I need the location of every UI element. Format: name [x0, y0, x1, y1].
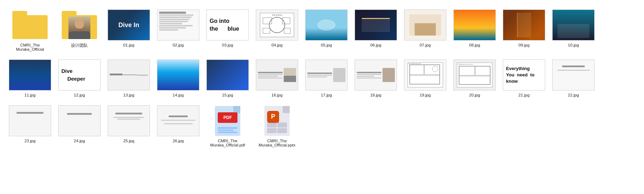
file-25[interactable]: 25.jpg [106, 103, 152, 145]
file-10[interactable]: 10.jpg [550, 7, 596, 49]
file-pptx-label: CMRI_The Muraka_Official.pptx [259, 139, 296, 147]
file-11-label: 11.jpg [24, 93, 35, 97]
file-01-label: 01.jpg [123, 43, 134, 47]
file-15-label: 15.jpg [222, 93, 233, 97]
svg-text:THE SUITES: THE SUITES [272, 14, 282, 16]
file-18-label: 18.jpg [370, 93, 381, 97]
file-26[interactable]: 26.jpg [155, 103, 201, 145]
file-pdf-label: CMRI_The Muraka_Official.pdf [210, 139, 245, 147]
file-09-label: 09.jpg [518, 43, 529, 47]
file-05-label: 05.jpg [321, 43, 332, 47]
file-08[interactable]: 08.jpg [452, 7, 498, 49]
file-25-label: 25.jpg [123, 139, 134, 143]
file-grid: CMRI_The Muraka_Official 设计团队 Dive In 01… [7, 7, 637, 149]
file-15[interactable]: 15.jpg [205, 57, 251, 99]
file-01[interactable]: Dive In 01.jpg [106, 7, 152, 49]
file-02-label: 02.jpg [173, 43, 183, 47]
folder-cmri-label: CMRI_The Muraka_Official [16, 43, 44, 51]
file-17-label: 17.jpg [321, 93, 332, 97]
file-12[interactable]: Dive Deeper 12.jpg [56, 57, 102, 99]
folder-design-label: 设计团队 [71, 43, 88, 48]
file-26-label: 26.jpg [173, 139, 183, 143]
file-24[interactable]: 24.jpg [56, 103, 102, 145]
file-08-label: 08.jpg [469, 43, 480, 47]
dive-deeper-text: Dive Deeper [61, 67, 85, 83]
file-13[interactable]: 13.jpg [106, 57, 152, 99]
go-into-blue-text: Go intothe blue [210, 17, 239, 33]
file-21[interactable]: EverythingYou need toknow 21.jpg [501, 57, 547, 99]
svg-rect-7 [408, 63, 443, 87]
file-10-label: 10.jpg [568, 43, 579, 47]
file-20-label: 20.jpg [469, 93, 480, 97]
file-07[interactable]: 07.jpg [402, 7, 448, 49]
file-02[interactable]: 02.jpg [155, 7, 201, 49]
file-22[interactable]: 22.jpg [550, 57, 596, 99]
folder-design[interactable]: 设计团队 [56, 7, 102, 50]
file-13-label: 13.jpg [123, 93, 134, 97]
blueprint-svg: THE SUITES [259, 12, 295, 38]
file-03[interactable]: Go intothe blue 03.jpg [205, 7, 251, 49]
svg-text:The Undersea Level: The Undersea Level [408, 63, 421, 64]
file-03-label: 03.jpg [222, 43, 233, 47]
file-20[interactable]: The Above Ocean Level 20.jpg [452, 57, 498, 99]
dive-in-text: Dive In [118, 21, 139, 29]
file-04-label: 04.jpg [271, 43, 282, 47]
file-06[interactable]: 06.jpg [353, 7, 399, 49]
file-14[interactable]: 14.jpg [155, 57, 201, 99]
file-06-label: 06.jpg [370, 43, 381, 47]
file-12-label: 12.jpg [74, 93, 85, 97]
file-pdf[interactable]: PDF CMRI_The Muraka_Official.pdf [205, 103, 251, 149]
file-19-label: 19.jpg [420, 93, 431, 97]
file-09[interactable]: 09.jpg [501, 7, 547, 49]
everything-text: EverythingYou need toknow [506, 65, 535, 85]
file-19[interactable]: The Undersea Level 19.jpg [402, 57, 448, 99]
file-04[interactable]: THE SUITES 04.jpg [254, 7, 300, 49]
file-05[interactable]: 05.jpg [303, 7, 349, 49]
file-pptx[interactable]: P CMRI_The Muraka_Official.ppt [254, 103, 300, 149]
file-16-label: 16.jpg [271, 93, 282, 97]
file-07-label: 07.jpg [420, 43, 431, 47]
file-23[interactable]: 23.jpg [7, 103, 53, 145]
file-22-label: 22.jpg [568, 93, 579, 97]
floor-plan2-svg: The Above Ocean Level [456, 62, 493, 88]
folder-cmri[interactable]: CMRI_The Muraka_Official [7, 7, 53, 54]
svg-text:The Above Ocean Level: The Above Ocean Level [458, 63, 473, 65]
file-24-label: 24.jpg [74, 139, 85, 143]
file-11[interactable]: 11.jpg [7, 57, 53, 99]
floor-plan-svg: The Undersea Level [407, 62, 444, 88]
file-21-label: 21.jpg [518, 93, 529, 97]
file-16[interactable]: 16.jpg [254, 57, 300, 99]
file-18[interactable]: 18.jpg [353, 57, 399, 99]
file-14-label: 14.jpg [173, 93, 183, 97]
file-23-label: 23.jpg [24, 139, 35, 143]
file-17[interactable]: 17.jpg [303, 57, 349, 99]
